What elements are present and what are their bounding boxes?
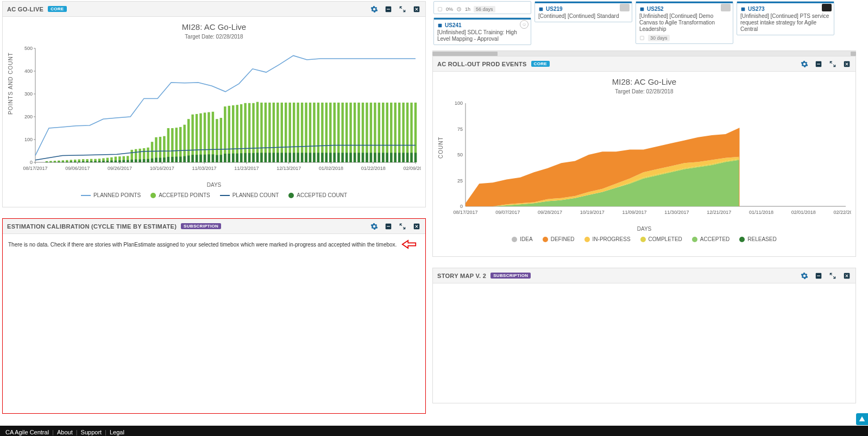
svg-rect-164: [187, 155, 190, 162]
panel-story-map: STORY MAP V. 2 SUBSCRIPTION: [432, 268, 856, 403]
footer-link-support[interactable]: Support: [81, 429, 102, 435]
minimize-icon[interactable]: [814, 60, 823, 68]
close-icon[interactable]: [842, 60, 851, 68]
svg-rect-132: [58, 162, 60, 162]
panel-title: ESTIMATION CALIBRATION (CYCLE TIME BY ES…: [7, 223, 177, 230]
story-card[interactable]: 0% 1h 56 days: [433, 1, 531, 14]
y-axis-label: POINTS AND COUNT: [8, 52, 14, 115]
svg-rect-149: [127, 160, 129, 162]
svg-rect-152: [139, 160, 141, 162]
svg-rect-210: [374, 153, 376, 162]
card-id: US219: [538, 4, 628, 12]
gear-icon[interactable]: [370, 5, 379, 14]
svg-rect-206: [357, 153, 360, 162]
owner-avatar-icon: ☺: [520, 20, 529, 29]
minimize-icon[interactable]: [384, 5, 393, 14]
svg-rect-189: [288, 153, 291, 162]
story-card-us219[interactable]: US219 [Continued] [Continued] Standard: [534, 1, 632, 22]
svg-rect-208: [366, 153, 368, 162]
no-data-message: There is no data. Check if there are sto…: [3, 234, 425, 256]
expand-icon[interactable]: [398, 222, 407, 231]
svg-text:08/17/2017: 08/17/2017: [23, 166, 47, 171]
story-card-us252[interactable]: US252 [Unfinished] [Continued] Demo Canv…: [636, 1, 733, 44]
legend-item: DEFINED: [543, 236, 575, 242]
svg-text:0: 0: [460, 204, 463, 209]
card-id: US241: [437, 20, 527, 28]
svg-rect-179: [248, 153, 250, 162]
expand-icon[interactable]: [828, 60, 837, 68]
gear-icon[interactable]: [800, 271, 809, 280]
svg-rect-138: [82, 161, 84, 162]
svg-rect-167: [199, 155, 202, 162]
expand-icon[interactable]: [828, 271, 837, 280]
svg-rect-220: [414, 153, 417, 162]
panel-title: AC GO-LIVE: [7, 6, 43, 12]
close-icon[interactable]: [412, 5, 421, 14]
feedback-tab-icon[interactable]: [856, 413, 868, 425]
svg-rect-216: [398, 153, 400, 162]
story-card-us241[interactable]: ☺ US241 [Unfinished] SDLC Training: High…: [433, 17, 531, 45]
svg-rect-182: [260, 153, 262, 162]
gear-icon[interactable]: [800, 60, 809, 68]
svg-rect-150: [130, 160, 133, 162]
svg-text:11/03/2017: 11/03/2017: [192, 166, 217, 171]
svg-rect-191: [297, 153, 299, 162]
card-desc: [Unfinished] [Continued] Demo Canvas to …: [639, 13, 729, 33]
svg-rect-184: [268, 153, 271, 162]
svg-rect-203: [345, 153, 348, 162]
chart-subtitle: Target Date: 02/28/2018: [3, 34, 425, 40]
minimize-icon[interactable]: [814, 271, 823, 280]
svg-rect-173: [224, 154, 226, 162]
card-desc: [Continued] [Continued] Standard: [538, 13, 628, 20]
svg-rect-227: [539, 7, 543, 11]
story-card-us273[interactable]: US273 [Unfinished] [Continued] PTS servi…: [737, 1, 834, 35]
panel-title: AC ROLL-OUT PROD EVENTS: [437, 61, 527, 67]
chart-legend: PLANNED POINTSACCEPTED POINTSPLANNED COU…: [3, 192, 425, 198]
chart-legend: IDEADEFINEDIN-PROGRESSCOMPLETEDACCEPTEDR…: [433, 236, 856, 242]
panel-header: AC GO-LIVE CORE: [3, 2, 425, 17]
svg-rect-137: [78, 161, 80, 162]
panel-ac-go-live: AC GO-LIVE CORE MI28: AC Go-Live Target …: [2, 1, 426, 207]
svg-text:75: 75: [457, 127, 463, 132]
svg-rect-172: [220, 155, 222, 162]
svg-rect-130: [49, 162, 52, 162]
horizontal-scrollbar[interactable]: [432, 50, 856, 56]
gear-icon[interactable]: [370, 222, 379, 231]
close-icon[interactable]: [412, 222, 421, 231]
panel-estimation-calibration: ESTIMATION CALIBRATION (CYCLE TIME BY ES…: [2, 218, 426, 414]
svg-text:200: 200: [24, 114, 33, 119]
svg-rect-176: [236, 154, 238, 162]
footer-link-legal[interactable]: Legal: [110, 429, 124, 435]
svg-text:12/21/2017: 12/21/2017: [707, 210, 731, 215]
legend-item: RELEASED: [739, 236, 776, 242]
card-days: 56 days: [474, 6, 495, 12]
panel-header: STORY MAP V. 2 SUBSCRIPTION: [433, 268, 856, 283]
svg-rect-211: [378, 153, 380, 162]
kanban-cards-strip: 0% 1h 56 days ☺ US241 [Unfinished] SDLC …: [432, 1, 856, 56]
svg-rect-202: [341, 153, 343, 162]
svg-rect-253: [817, 275, 820, 276]
close-icon[interactable]: [842, 271, 851, 280]
svg-text:01/11/2018: 01/11/2018: [749, 210, 773, 215]
svg-rect-183: [265, 153, 267, 162]
svg-rect-143: [102, 161, 104, 162]
svg-rect-195: [313, 153, 315, 162]
expand-icon[interactable]: [398, 5, 407, 14]
badge-core: CORE: [48, 6, 66, 12]
svg-rect-196: [317, 153, 319, 162]
svg-rect-175: [232, 154, 234, 162]
svg-rect-165: [191, 155, 193, 162]
svg-rect-217: [402, 153, 404, 162]
svg-rect-166: [196, 155, 198, 162]
y-axis-label: COUNT: [438, 136, 444, 159]
svg-rect-145: [110, 161, 112, 162]
svg-rect-135: [70, 161, 72, 162]
footer-link-about[interactable]: About: [57, 429, 73, 435]
chart-title: MI28: AC Go-Live: [433, 77, 856, 86]
legend-item: ACCEPTED COUNT: [288, 192, 347, 198]
svg-rect-230: [741, 7, 745, 11]
svg-rect-153: [143, 159, 145, 162]
svg-text:09/07/2017: 09/07/2017: [495, 210, 520, 215]
svg-rect-199: [329, 153, 331, 162]
minimize-icon[interactable]: [384, 222, 393, 231]
